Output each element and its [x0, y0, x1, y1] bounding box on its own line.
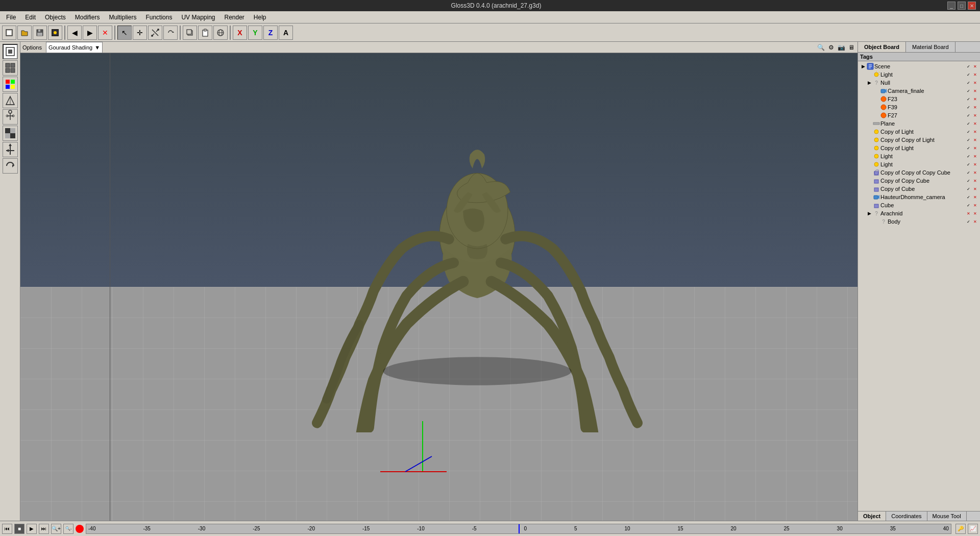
minimize-button[interactable]: _ [947, 2, 955, 10]
menu-file[interactable]: File [2, 13, 20, 22]
tab-mouse-tool[interactable]: Mouse Tool [927, 511, 967, 521]
title-bar-title: Gloss3D 0.4.0 (arachnid_27.g3d) [451, 2, 542, 9]
tree-item-hauteur[interactable]: HauteurDhomme_camera ✓ ✕ [859, 193, 979, 201]
tree-item-f23[interactable]: F23 ✓ ✕ [859, 95, 979, 103]
rotate-button[interactable] [163, 26, 178, 40]
svg-rect-34 [5, 128, 10, 133]
display-icon[interactable]: 🖥 [847, 43, 855, 52]
wireframe-button[interactable] [3, 93, 18, 108]
delete-button[interactable]: ✕ [98, 26, 112, 40]
tree-item-copy-light2[interactable]: Copy of Light ✓ ✕ [859, 144, 979, 152]
camera-icon[interactable]: 📷 [837, 43, 845, 52]
render-button[interactable] [48, 26, 62, 40]
title-bar-controls[interactable]: _ □ ✕ [947, 2, 976, 10]
all-axis-button[interactable]: A [279, 26, 293, 40]
y-axis-button[interactable]: Y [248, 26, 262, 40]
timeline-stop-button[interactable]: ■ [14, 524, 24, 534]
texture-button[interactable] [213, 26, 228, 40]
scene-arrow[interactable]: ▶ [860, 64, 866, 69]
copy-light1-tags: ✓ ✕ [965, 129, 978, 135]
bones-button[interactable] [3, 109, 18, 125]
timeline-icon1[interactable]: 🔑 [955, 524, 966, 534]
tree-item-light2[interactable]: Light ✓ ✕ [859, 152, 979, 160]
select-button[interactable]: ↖ [117, 26, 132, 40]
copy-button[interactable] [183, 26, 197, 40]
menu-functions[interactable]: Functions [141, 13, 176, 22]
x-axis-button[interactable]: X [233, 26, 247, 40]
menu-edit[interactable]: Edit [21, 13, 40, 22]
move-button[interactable]: ✛ [133, 26, 147, 40]
tab-material-board[interactable]: Material Board [906, 42, 955, 52]
timeline-start-button[interactable]: ⏮ [2, 524, 12, 534]
tree-item-null1[interactable]: ▶ ? Null ✓ ✕ [859, 79, 979, 87]
tree-item-scene[interactable]: ▶ Scene ✓ ✕ [859, 62, 979, 70]
tree-item-camera-finale[interactable]: Camera_finale ✓ ✕ [859, 87, 979, 95]
f27-icon [879, 112, 888, 119]
hauteur-label: HauteurDhomme_camera [880, 194, 965, 200]
object-tree[interactable]: ▶ Scene ✓ ✕ Light ✓ ✕ [858, 61, 980, 511]
tree-item-copy-copy-copy-cube[interactable]: Copy of Copy of Copy Cube ✓ ✕ [859, 168, 979, 177]
paste-button[interactable] [198, 26, 212, 40]
tags-header: Tags [858, 53, 980, 61]
open-button[interactable] [17, 26, 32, 40]
z-axis-button[interactable]: Z [263, 26, 278, 40]
viewport-area[interactable]: Options Gouraud Shading ▼ 🔍 ⚙ 📷 🖥 [20, 42, 857, 521]
tree-item-body[interactable]: ? Body ✓ ✕ [859, 217, 979, 226]
svg-rect-13 [204, 29, 206, 31]
object-mode-button[interactable] [3, 44, 18, 59]
timeline-icon2[interactable]: 📈 [968, 524, 978, 534]
settings-icon[interactable]: ⚙ [827, 43, 835, 52]
svg-point-8 [151, 35, 153, 37]
menu-help[interactable]: Help [250, 13, 271, 22]
timeline-track[interactable]: -40 -35 -30 -25 -20 -15 -10 -5 0 5 10 15… [86, 524, 951, 534]
save-button[interactable] [33, 26, 47, 40]
tree-item-f27[interactable]: F27 ✓ ✕ [859, 111, 979, 119]
maximize-button[interactable]: □ [958, 2, 966, 10]
tree-item-light3[interactable]: Light ✓ ✕ [859, 160, 979, 168]
arachnid-arrow[interactable]: ▶ [866, 211, 872, 216]
timeline-end-button[interactable]: ⏭ [39, 524, 49, 534]
tab-object[interactable]: Object [858, 511, 886, 521]
timeline-record-button[interactable] [76, 525, 84, 533]
redo-button[interactable]: ▶ [83, 26, 97, 40]
tree-item-copy-cube[interactable]: Copy of Cube ✓ ✕ [859, 185, 979, 193]
viewport-canvas[interactable] [20, 53, 857, 521]
tree-item-plane[interactable]: Plane ✓ ✕ [859, 119, 979, 128]
timeline-zoom-in-button[interactable]: 🔍+ [51, 524, 61, 534]
tree-item-copy-copy-light[interactable]: Copy of Copy of Light ✓ ✕ [859, 136, 979, 144]
search-icon[interactable]: 🔍 [817, 43, 825, 52]
tick--10: -10 [417, 526, 424, 531]
rotate-gizmo-button[interactable] [3, 158, 18, 174]
svg-point-60 [874, 130, 878, 134]
plane-tags: ✓ ✕ [965, 120, 978, 127]
tree-item-cube[interactable]: Cube ✓ ✕ [859, 201, 979, 209]
tree-item-copy-copy-cube[interactable]: Copy of Copy Cube ✓ ✕ [859, 177, 979, 185]
translate-button[interactable] [3, 142, 18, 157]
new-button[interactable] [2, 26, 16, 40]
undo-button[interactable]: ◀ [67, 26, 82, 40]
shading-dropdown[interactable]: Gouraud Shading ▼ [46, 42, 103, 53]
scale-button[interactable] [148, 26, 162, 40]
checkerboard-button[interactable] [3, 126, 18, 141]
material-button[interactable] [3, 77, 18, 92]
f27-label: F27 [888, 112, 965, 118]
main-layout: Options Gouraud Shading ▼ 🔍 ⚙ 📷 🖥 [0, 42, 980, 521]
light1-label: Light [880, 71, 965, 78]
menu-modifiers[interactable]: Modifiers [71, 13, 104, 22]
tab-object-board[interactable]: Object Board [858, 42, 906, 52]
tree-item-arachnid[interactable]: ▶ ? Arachnid ✕ ✕ [859, 209, 979, 217]
timeline-zoom-out-button[interactable]: 🔍- [63, 524, 74, 534]
f23-icon [879, 95, 888, 103]
close-button[interactable]: ✕ [968, 2, 976, 10]
menu-multipliers[interactable]: Multipliers [105, 13, 140, 22]
menu-render[interactable]: Render [220, 13, 249, 22]
grid-view-button[interactable] [3, 60, 18, 76]
tree-item-light1[interactable]: Light ✓ ✕ [859, 70, 979, 79]
timeline-play-button[interactable]: ▶ [27, 524, 37, 534]
menu-uv-mapping[interactable]: UV Mapping [177, 13, 219, 22]
tree-item-f39[interactable]: F39 ✓ ✕ [859, 103, 979, 111]
menu-objects[interactable]: Objects [41, 13, 70, 22]
tab-coordinates[interactable]: Coordinates [886, 511, 927, 521]
null1-arrow[interactable]: ▶ [866, 80, 872, 85]
tree-item-copy-light1[interactable]: Copy of Light ✓ ✕ [859, 128, 979, 136]
